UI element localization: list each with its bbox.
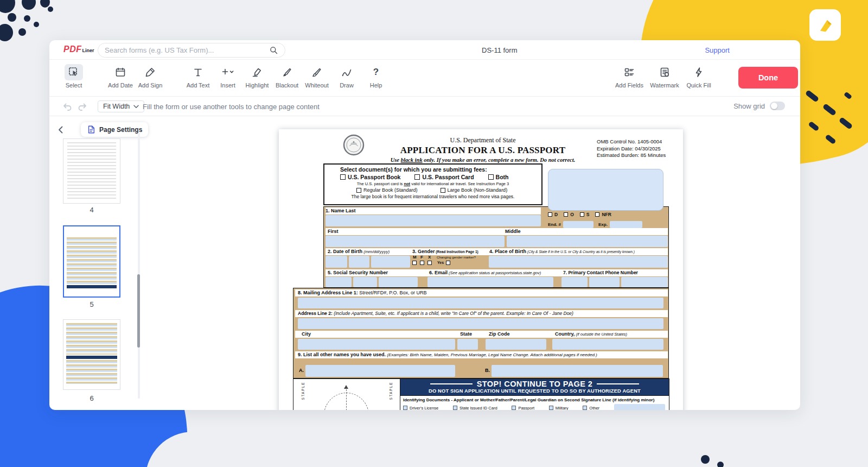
- photo-area-field[interactable]: [548, 169, 663, 211]
- forms-search[interactable]: [98, 43, 285, 58]
- form-title: APPLICATION FOR A U.S. PASSPORT: [358, 145, 608, 156]
- form-section-address: 8. Mailing Address Line 1: Street/RFD#, …: [293, 288, 669, 378]
- page-thumbnail-4[interactable]: [63, 138, 120, 204]
- nfr-checkbox[interactable]: [595, 212, 599, 217]
- country-label: Country, (if outside the United States): [555, 331, 627, 338]
- name-last-label: 1. Name Last: [326, 207, 541, 214]
- fees-selection-box: Select document(s) for which you are sub…: [323, 163, 542, 205]
- question-mark-icon[interactable]: ?: [357, 64, 395, 80]
- ssn-part3-field[interactable]: [379, 277, 418, 287]
- navy-dot-decoration: [701, 455, 710, 464]
- watermark-doc-icon[interactable]: [646, 64, 684, 80]
- undo-button[interactable]: [62, 102, 72, 113]
- both-checkbox[interactable]: [488, 174, 494, 180]
- logo-liner-text: Liner: [82, 48, 94, 53]
- fees-note-2: The large book is for frequent internati…: [324, 194, 541, 199]
- tool-quick-fill[interactable]: Quick Fill: [680, 64, 718, 89]
- end-number-field[interactable]: [563, 221, 593, 228]
- s-checkbox[interactable]: [580, 212, 584, 217]
- select-icon[interactable]: [65, 64, 83, 80]
- thumbnail-preview: [67, 285, 117, 288]
- pdfliner-app-window: PDF Liner DS-11 form Support: [49, 40, 800, 410]
- redo-icon[interactable]: [78, 102, 87, 111]
- middle-name-field[interactable]: [507, 236, 668, 247]
- o-checkbox[interactable]: [564, 212, 568, 217]
- other-name-a-field[interactable]: [305, 365, 455, 377]
- other-name-b-field[interactable]: [492, 365, 663, 377]
- passport-checkbox[interactable]: [512, 406, 516, 410]
- tool-label: Add Sign: [131, 82, 169, 89]
- sidebar-scrollbar[interactable]: [137, 274, 140, 348]
- email-field[interactable]: [427, 277, 553, 287]
- page-thumbnail-6[interactable]: [63, 319, 120, 390]
- done-button[interactable]: Done: [738, 67, 798, 89]
- regular-book-checkbox[interactable]: [356, 188, 361, 193]
- state-id-checkbox[interactable]: [453, 406, 457, 410]
- tool-add-sign[interactable]: Add Sign: [131, 64, 169, 89]
- place-of-birth-field[interactable]: [489, 256, 668, 268]
- page-thumbnail-5-selected[interactable]: [63, 225, 120, 298]
- exp-field[interactable]: [610, 221, 642, 228]
- page-settings-icon: [87, 125, 95, 134]
- ssn-part1-field[interactable]: [326, 277, 352, 287]
- undo-icon[interactable]: [62, 102, 72, 111]
- tool-help[interactable]: ? Help: [357, 64, 395, 89]
- exp-label: Exp.: [598, 222, 608, 227]
- drivers-license-option: Driver's License: [403, 406, 438, 411]
- show-grid-toggle[interactable]: [770, 102, 785, 110]
- large-book-checkbox[interactable]: [441, 188, 445, 193]
- search-input[interactable]: [105, 46, 269, 54]
- s-option: S: [580, 212, 590, 217]
- chevron-left-icon[interactable]: [58, 126, 63, 134]
- mailing-address-line1-field[interactable]: [298, 298, 663, 308]
- city-state-zip-label-row: City State Zip Code Country, (if outside…: [295, 331, 668, 338]
- dob-month-field[interactable]: [326, 256, 347, 268]
- dob-year-field[interactable]: [371, 256, 410, 268]
- gender-f-checkbox[interactable]: [420, 261, 424, 265]
- first-name-field[interactable]: [326, 236, 505, 247]
- dob-day-field[interactable]: [349, 256, 369, 268]
- navy-dot-decoration: [22, 0, 36, 10]
- sidebar-scrollbar-track: [138, 132, 140, 399]
- other-checkbox[interactable]: [583, 406, 587, 410]
- gender-m-checkbox[interactable]: [412, 261, 417, 265]
- gender-x-checkbox[interactable]: [427, 261, 432, 265]
- gender-yes-checkbox[interactable]: [446, 261, 450, 265]
- search-icon[interactable]: [269, 46, 278, 55]
- redo-button[interactable]: [78, 102, 87, 113]
- banner-rule-left: [430, 383, 473, 384]
- thumbnail-preview: [66, 323, 117, 355]
- city-field[interactable]: [298, 339, 455, 350]
- drivers-license-checkbox[interactable]: [403, 406, 407, 410]
- signature-icon[interactable]: [131, 64, 169, 80]
- form-bottom-section: STAPLE STAPLE STOP! CONTINUE TO PAGE 2 D…: [293, 378, 669, 410]
- phone-prefix-field[interactable]: [589, 277, 620, 287]
- chevron-down-icon: [133, 105, 139, 109]
- phone-area-field[interactable]: [561, 277, 588, 287]
- d-checkbox[interactable]: [548, 212, 552, 217]
- state-field[interactable]: [457, 339, 478, 350]
- country-field[interactable]: [552, 339, 663, 350]
- zip-field[interactable]: [486, 339, 546, 350]
- gender-yes-label: Yes: [437, 261, 444, 264]
- support-link[interactable]: Support: [705, 46, 730, 54]
- tool-add-fields[interactable]: Add Fields: [610, 64, 648, 89]
- passport-book-checkbox[interactable]: [340, 174, 346, 180]
- phone-line-field[interactable]: [621, 277, 668, 287]
- other-document-field[interactable]: [614, 404, 665, 410]
- tool-select[interactable]: Select: [55, 64, 93, 89]
- name-last-field[interactable]: [326, 215, 541, 226]
- passport-card-checkbox[interactable]: [414, 174, 420, 180]
- zoom-dropdown[interactable]: Fit Width: [98, 100, 144, 112]
- logo-pdf-text: PDF: [63, 45, 82, 54]
- ssn-part2-field[interactable]: [353, 277, 377, 287]
- navy-dot-decoration: [8, 13, 16, 22]
- military-checkbox[interactable]: [549, 406, 553, 410]
- pdfliner-logo[interactable]: PDF Liner: [63, 45, 94, 54]
- sidebar-collapse-button[interactable]: [58, 126, 63, 136]
- fields-list-icon[interactable]: [610, 64, 648, 80]
- address-line2-field[interactable]: [298, 318, 663, 329]
- lightning-bolt-icon[interactable]: [680, 64, 718, 80]
- tool-watermark[interactable]: Watermark: [646, 64, 684, 89]
- thumbnail-preview: [67, 237, 117, 284]
